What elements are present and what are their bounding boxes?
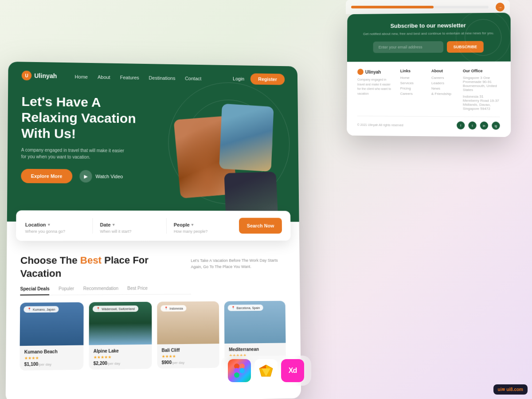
svg-rect-3 [234,372,239,378]
location-input[interactable]: Where you gonna go? [25,229,86,234]
mini-bar-arrow[interactable]: → [496,3,505,12]
location-field[interactable]: Location ▾ Where you gonna go? [25,222,86,234]
logo-icon: U [22,70,31,80]
footer-about-news[interactable]: News [431,86,456,90]
dest-card-image-2: 📍 Indonesia [157,301,219,344]
footer-logo: Ulinyah [357,69,393,75]
nav-features[interactable]: Features [120,75,139,80]
search-divider-2 [166,218,167,234]
people-input[interactable]: How many people? [174,229,232,234]
footer-link-pricing[interactable]: Pricing [400,86,424,90]
search-divider-1 [92,218,93,234]
dest-card-image-1: 📍 Wädenswil, Switzerland [89,302,152,345]
figma-icon[interactable] [228,359,251,382]
nav-home[interactable]: Home [75,74,88,79]
footer-socials: f t in ig [457,121,500,130]
footer-office-title: Our Office [463,69,500,73]
location-tag-2: 📍 Indonesia [160,305,186,312]
people-chevron: ▾ [192,223,194,227]
dest-card-name-1: Alpine Lake [94,348,148,354]
social-linkedin[interactable]: in [480,121,488,129]
hero-images [168,104,291,222]
newsletter-section: Subscribe to our newsletter Get notified… [347,13,511,62]
footer-brand-desc: Company engaged in travel and make it ea… [357,78,393,96]
login-button[interactable]: Login [233,76,244,82]
hero-content: Let's Have A Relaxing Vacation With Us! … [7,89,159,184]
section-description: Let's Take A Vacation Before The Work Da… [191,254,286,270]
footer-copyright: © 2021 Ulinyah All rights reserved [357,123,403,127]
search-bar: Location ▾ Where you gonna go? Date ▾ Wh… [16,210,291,241]
app-dock: Xd [221,356,311,386]
navbar: U Ulinyah Home About Features Destinatio… [8,62,297,93]
nav-contact[interactable]: Contact [185,76,201,81]
dest-card-name-3: Mediterranean [229,347,282,352]
right-website-card: Subscribe to our newsletter Get notified… [347,13,511,137]
brand-name: Ulinyah [34,72,57,80]
search-now-button[interactable]: Search Now [239,218,282,234]
explore-more-button[interactable]: Explore More [21,169,72,184]
dest-card-body-0: Kumano Beach ★★★★ $1,100/per day [20,345,83,371]
logo: U Ulinyah [22,70,57,81]
people-field[interactable]: People ▾ How many people? [174,222,232,234]
hero-image-mountain [219,103,274,172]
play-icon: ▶ [79,170,92,183]
footer-link-careers[interactable]: Careers [400,92,424,96]
footer-about-careers[interactable]: Careers [431,76,456,80]
location-tag-0: 📍 Kumano, Japan [23,306,59,313]
dest-card-price-2: $900/per day [162,360,215,365]
date-field[interactable]: Date ▾ When will it start? [100,222,159,234]
social-instagram[interactable]: ig [492,121,500,129]
dest-card-name-2: Bali Cliff [162,348,215,353]
dest-card-price-1: $2,200/per day [94,360,148,366]
footer-col-office: Our Office Singapore 3 One Promenade 90-… [463,69,500,112]
watch-video-label: Watch Video [95,174,123,179]
people-label: People ▾ [174,222,232,227]
footer-section: Ulinyah Company engaged in travel and ma… [347,62,511,137]
tab-best-price[interactable]: Best Price [127,286,148,294]
location-tag-3: 📍 Barcelona, Spain [228,305,263,311]
newsletter-subscribe-button[interactable]: SUBSCRIBE [447,41,484,53]
footer-logo-icon [357,69,364,75]
tab-special-deals[interactable]: Special Deals [20,286,49,295]
dest-card-0[interactable]: 📍 Kumano, Japan Kumano Beach ★★★★ $1,100… [20,302,83,371]
nav-destinations[interactable]: Destinations [149,75,176,81]
footer-bottom: © 2021 Ulinyah All rights reserved f t i… [357,116,500,130]
dest-card-body-2: Bali Cliff ★★★★ $900/per day [157,344,219,368]
footer-link-home[interactable]: Home [400,76,424,80]
dest-card-2[interactable]: 📍 Indonesia Bali Cliff ★★★★ $900/per day [157,301,219,369]
footer-about-friendship[interactable]: & Friendship [431,92,456,96]
adobe-xd-icon[interactable]: Xd [281,359,304,382]
dest-card-stars-0: ★★★★ [24,355,79,360]
footer-link-services[interactable]: Services [400,81,424,85]
watermark: ui≋ ui8.com [493,384,528,395]
footer-col-brand: Ulinyah Company engaged in travel and ma… [357,69,393,112]
social-facebook[interactable]: f [457,121,465,129]
social-twitter[interactable]: t [468,121,476,129]
dest-card-name-0: Kumano Beach [24,349,79,355]
sketch-icon[interactable] [254,359,278,382]
footer-links-title: Links [400,69,424,73]
dest-card-1[interactable]: 📍 Wädenswil, Switzerland Alpine Lake ★★★… [89,302,152,370]
section-title-block: Choose The Best Place For Vacation Speci… [20,254,191,296]
svg-point-4 [239,368,245,373]
tab-recommendation[interactable]: Recommendation [83,286,118,295]
footer-about-leaders[interactable]: Leaders [431,81,456,85]
dest-card-stars-1: ★★★★★ [94,354,148,360]
location-tag-1: 📍 Wädenswil, Switzerland [93,305,138,312]
newsletter-subtitle: Get notified about new, free and best an… [358,31,500,36]
location-label: Location ▾ [25,222,85,227]
mini-bar-progress [351,6,489,8]
tab-populer[interactable]: Populer [59,286,74,295]
nav-about[interactable]: About [98,74,110,80]
watch-video-button[interactable]: ▶ Watch Video [79,170,123,183]
hero-buttons: Explore More ▶ Watch Video [21,169,146,184]
newsletter-email-input[interactable] [373,41,444,53]
watermark-text: ui≋ ui8.com [498,387,523,392]
register-button[interactable]: Register [250,73,285,85]
footer-office-indonesia: Indonesia 31 Mereberry Road 19-37 Midlan… [463,94,500,111]
footer-about-title: About [431,69,456,73]
nav-right: Login Register [233,73,285,85]
date-input[interactable]: When will it start? [100,229,159,234]
main-website-card: U Ulinyah Home About Features Destinatio… [6,62,301,399]
newsletter-title: Subscribe to our newsletter [358,22,500,29]
